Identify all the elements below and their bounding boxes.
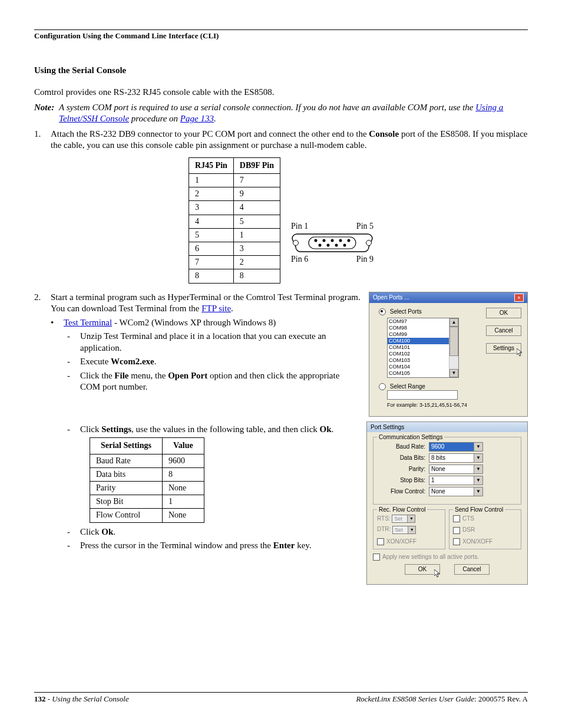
list-item[interactable]: COM101 bbox=[388, 344, 449, 351]
db9-pin5-label: Pin 5 bbox=[356, 221, 373, 232]
settings-button[interactable]: Settings bbox=[486, 343, 521, 354]
table-cell: 8 bbox=[233, 269, 280, 283]
db9-connector-icon bbox=[291, 233, 373, 253]
dash-mark: - bbox=[67, 526, 80, 538]
table-cell: 5 bbox=[189, 228, 233, 242]
scroll-down-icon[interactable]: ▼ bbox=[449, 369, 458, 377]
list-item[interactable]: COM103 bbox=[388, 357, 449, 364]
ss-e: . bbox=[332, 424, 334, 434]
chevron-down-icon: ▼ bbox=[407, 515, 415, 522]
combo-row: Stop Bits:1▼ bbox=[379, 476, 515, 485]
note-link-page[interactable]: Page 133 bbox=[180, 114, 214, 123]
note-post: . bbox=[214, 114, 216, 123]
list-item[interactable]: COM98 bbox=[388, 325, 449, 331]
open-ports-titlebar: Open Ports ... × bbox=[369, 292, 527, 303]
list-item[interactable]: COM105 bbox=[388, 370, 449, 377]
comm-settings-group: Communication Settings Baud Rate:9600▼Da… bbox=[373, 437, 521, 505]
combo[interactable]: 8 bits▼ bbox=[429, 453, 483, 463]
step-2-body: Start a terminal program such as HyperTe… bbox=[51, 292, 361, 315]
step2-d3a: Click the bbox=[80, 371, 114, 380]
step2-d1: Unzip Test Terminal and place it in a lo… bbox=[80, 331, 361, 354]
dtr-combo[interactable]: Set▼ bbox=[392, 526, 416, 534]
ftp-site-link[interactable]: FTP site bbox=[201, 304, 231, 313]
scroll-thumb[interactable] bbox=[449, 327, 458, 356]
combo-row: Baud Rate:9600▼ bbox=[379, 442, 515, 452]
table-row: 45 bbox=[189, 215, 280, 228]
combo[interactable]: None▼ bbox=[429, 487, 483, 496]
port-settings-titlebar: Port Settings bbox=[367, 422, 527, 432]
range-input[interactable] bbox=[387, 390, 458, 400]
combo[interactable]: 1▼ bbox=[429, 476, 483, 485]
chevron-down-icon: ▼ bbox=[474, 443, 482, 451]
listbox-scrollbar[interactable]: ▲ ▼ bbox=[449, 318, 458, 377]
svg-point-4 bbox=[323, 239, 326, 242]
dsr-checkbox[interactable] bbox=[453, 527, 460, 534]
list-item[interactable]: COM102 bbox=[388, 351, 449, 357]
com-port-listbox[interactable]: COM97COM98COM99COM100COM101COM102COM103C… bbox=[387, 318, 459, 378]
table-cell: 3 bbox=[233, 242, 280, 256]
svg-point-6 bbox=[339, 239, 342, 242]
ok-button[interactable]: OK bbox=[486, 308, 521, 318]
svg-point-1 bbox=[366, 241, 372, 246]
bullet-test-terminal: • Test Terminal - WCom2 (Windows XP thro… bbox=[51, 317, 361, 329]
table-cell: Baud Rate bbox=[90, 454, 163, 467]
select-range-label: Select Range bbox=[390, 383, 425, 390]
table-cell: 7 bbox=[233, 174, 280, 187]
so-b: Ok bbox=[101, 527, 113, 536]
ps-ok-button[interactable]: OK bbox=[405, 564, 440, 575]
scroll-up-icon[interactable]: ▲ bbox=[449, 318, 458, 327]
test-terminal-link[interactable]: Test Terminal bbox=[64, 318, 112, 327]
chevron-down-icon: ▼ bbox=[474, 487, 482, 496]
list-item[interactable]: COM99 bbox=[388, 331, 449, 338]
step-1: 1. Attach the RS-232 DB9 connector to yo… bbox=[34, 129, 528, 151]
cts-row: CTS bbox=[453, 515, 517, 522]
list-item[interactable]: COM106 bbox=[388, 377, 449, 377]
ps-ok-label: OK bbox=[418, 566, 427, 572]
step-2: 2. Start a terminal program such as Hype… bbox=[34, 292, 361, 315]
list-item[interactable]: COM97 bbox=[388, 318, 449, 325]
table-cell: 2 bbox=[233, 256, 280, 269]
ss-c: , use the values in the following table,… bbox=[131, 424, 320, 434]
page-footer: 132 - Using the Serial Console RocketLin… bbox=[34, 692, 528, 704]
table-cell: 4 bbox=[233, 201, 280, 215]
dsr-row: DSR bbox=[453, 526, 517, 533]
table-row: 34 bbox=[189, 201, 280, 215]
combo-value: 8 bits bbox=[429, 454, 474, 462]
cts-checkbox[interactable] bbox=[453, 515, 460, 522]
combo-row: Flow Control:None▼ bbox=[379, 487, 515, 496]
db9-pin6-label: Pin 6 bbox=[291, 254, 308, 265]
apply-all-checkbox[interactable] bbox=[373, 554, 380, 561]
list-item[interactable]: COM100 bbox=[388, 338, 449, 344]
svg-rect-2 bbox=[309, 237, 356, 249]
table-cell: 8 bbox=[162, 467, 204, 481]
select-range-radio[interactable] bbox=[379, 383, 386, 390]
cancel-button[interactable]: Cancel bbox=[486, 325, 521, 336]
comm-settings-title: Communication Settings bbox=[377, 433, 444, 441]
dash-click-ok: - Click Ok. bbox=[67, 526, 358, 538]
open-ports-dialog: Open Ports ... × Select Ports COM97COM98… bbox=[369, 292, 528, 417]
close-icon[interactable]: × bbox=[514, 294, 524, 302]
rec-xon-checkbox[interactable] bbox=[377, 538, 384, 545]
combo[interactable]: 9600▼ bbox=[429, 442, 483, 452]
send-xon-checkbox[interactable] bbox=[453, 538, 460, 545]
settings-th-name: Serial Settings bbox=[90, 438, 163, 454]
table-cell: 5 bbox=[233, 215, 280, 228]
select-ports-radio[interactable] bbox=[379, 308, 386, 315]
step2-b: . bbox=[231, 304, 233, 313]
se-b: Enter bbox=[273, 541, 295, 550]
dash-press-enter: - Press the cursor in the Terminal windo… bbox=[67, 540, 358, 552]
table-row: Data bits8 bbox=[90, 467, 204, 481]
combo-label: Data Bits: bbox=[379, 454, 429, 462]
list-item[interactable]: COM104 bbox=[388, 364, 449, 370]
dash-execute: - Execute Wcom2.exe. bbox=[67, 356, 361, 368]
footer-rev: : 2000575 Rev. A bbox=[474, 694, 528, 703]
chevron-down-icon: ▼ bbox=[474, 454, 482, 462]
table-row: 88 bbox=[189, 269, 280, 283]
table-cell: 3 bbox=[189, 201, 233, 215]
table-cell: Stop Bit bbox=[90, 495, 163, 509]
rts-combo[interactable]: Set▼ bbox=[392, 515, 415, 523]
so-a: Click bbox=[80, 527, 101, 536]
combo[interactable]: None▼ bbox=[429, 465, 483, 474]
dtr-value: Set bbox=[393, 526, 408, 533]
ps-cancel-button[interactable]: Cancel bbox=[454, 564, 490, 575]
